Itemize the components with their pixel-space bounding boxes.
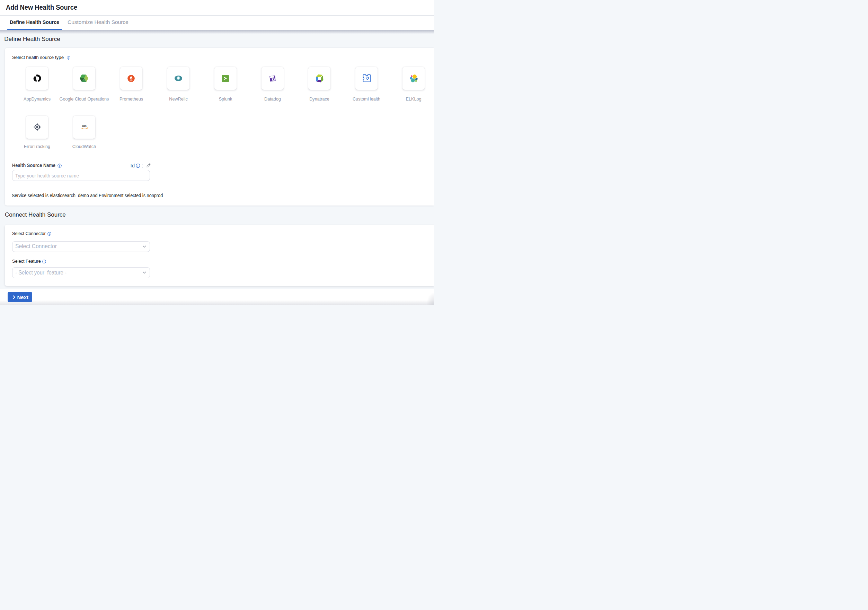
svg-text:aws: aws bbox=[82, 124, 87, 127]
